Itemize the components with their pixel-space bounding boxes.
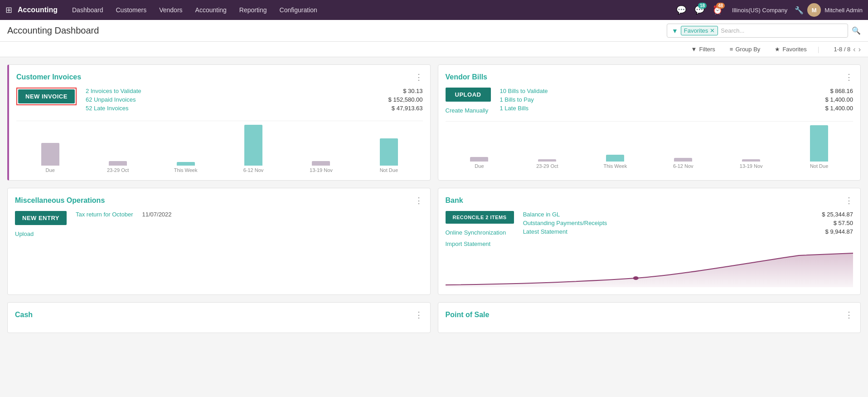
pos-menu[interactable]: ⋮: [845, 310, 853, 320]
balance-gl-label[interactable]: Balance in GL: [523, 211, 560, 218]
svg-point-0: [633, 276, 638, 280]
nav-customers[interactable]: Customers: [111, 0, 152, 20]
group-by-button[interactable]: ≡ Group By: [726, 44, 764, 54]
vendor-bills-menu[interactable]: ⋮: [845, 72, 853, 82]
chart-bar-group: This Week: [152, 162, 219, 173]
customer-invoices-stats: 2 Invoices to Validate $ 30.13 62 Unpaid…: [86, 88, 423, 113]
pos-title: Point of Sale: [446, 311, 490, 319]
wrench-icon[interactable]: 🔧: [795, 6, 804, 15]
chart-bar: [810, 125, 828, 162]
chart-bar-label: 23-29 Oct: [536, 163, 558, 169]
misc-operations-menu[interactable]: ⋮: [415, 196, 423, 206]
nav-vendors[interactable]: Vendors: [154, 0, 188, 20]
stat-row-0: 2 Invoices to Validate $ 30.13: [86, 88, 423, 94]
online-sync-link[interactable]: Online Synchronization: [446, 229, 514, 236]
upload-link[interactable]: Upload: [15, 230, 67, 237]
pos-header: Point of Sale ⋮: [446, 310, 853, 320]
bank-menu[interactable]: ⋮: [845, 196, 853, 206]
nav-configuration[interactable]: Configuration: [274, 0, 323, 20]
bank-header: Bank ⋮: [446, 196, 853, 206]
outstanding-value: $ 57.50: [834, 220, 853, 226]
chart-bar-label: This Week: [174, 167, 198, 173]
cash-header: Cash ⋮: [15, 310, 423, 320]
bank-actions: RECONCILE 2 ITEMS Online Synchronization…: [446, 211, 514, 247]
tax-return-link[interactable]: Tax return for October: [76, 211, 133, 218]
misc-operations-body: NEW ENTRY Upload Tax return for October …: [15, 211, 423, 237]
filters-label: Filters: [699, 46, 715, 53]
chart-bar: [606, 155, 624, 162]
latest-statement-value: $ 9,944.87: [825, 228, 853, 235]
stat-label-late[interactable]: 52 Late Invoices: [86, 105, 129, 112]
create-manually-link[interactable]: Create Manually: [446, 107, 491, 114]
new-invoice-highlight: NEW INVOICE: [16, 88, 77, 105]
bank-title: Bank: [446, 196, 463, 205]
new-entry-button[interactable]: NEW ENTRY: [15, 211, 67, 225]
vendor-bills-actions: UPLOAD Create Manually: [446, 88, 491, 114]
main-content: Customer Invoices ⋮ NEW INVOICE 2 Invoic…: [0, 57, 868, 340]
chart-bar-label: Not Due: [810, 163, 828, 169]
stat-row-2: 52 Late Invoices $ 47,913.63: [86, 105, 423, 112]
chart-bar-label: Due: [46, 167, 55, 173]
vb-stat-value-0: $ 868.16: [830, 88, 853, 94]
customer-invoices-menu[interactable]: ⋮: [415, 72, 423, 82]
stat-value-late: $ 47,913.63: [392, 105, 423, 112]
stat-label-invoices-validate[interactable]: 2 Invoices to Validate: [86, 88, 141, 94]
chart-bar-group: Not Due: [355, 138, 422, 173]
clock-icon-btn[interactable]: ⏰ 48: [710, 3, 725, 17]
chart-bar: [742, 159, 760, 162]
misc-operations-title: Miscellaneous Operations: [15, 196, 105, 205]
upload-button[interactable]: UPLOAD: [446, 88, 491, 102]
nav-accounting[interactable]: Accounting: [190, 0, 232, 20]
bank-stat-row-1: Outstanding Payments/Receipts $ 57.50: [523, 220, 853, 226]
chart-bar-label: Not Due: [380, 167, 398, 173]
vb-stat-label-1[interactable]: 1 Bills to Pay: [500, 96, 534, 103]
reconcile-button[interactable]: RECONCILE 2 ITEMS: [446, 211, 514, 224]
chart-bar-group: Not Due: [785, 125, 853, 169]
chart-bar-group: 13-19 Nov: [287, 161, 355, 173]
search-tag-label: Favorites: [684, 27, 708, 34]
new-invoice-button[interactable]: NEW INVOICE: [18, 89, 75, 103]
favorites-button[interactable]: ★ Favorites: [771, 44, 810, 54]
stat-value-invoices-validate: $ 30.13: [403, 88, 422, 94]
chart-bar: [674, 158, 692, 162]
stat-label-unpaid[interactable]: 62 Unpaid Invoices: [86, 96, 136, 103]
chart-bar: [470, 157, 488, 162]
clock-badge: 48: [716, 3, 725, 9]
nav-dashboard[interactable]: Dashboard: [67, 0, 109, 20]
separator: |: [818, 46, 820, 53]
help-icon-btn[interactable]: 💬: [674, 3, 689, 17]
star-icon: ★: [775, 46, 780, 53]
pagination-text: 1-8 / 8: [834, 46, 850, 53]
chart-bar: [41, 143, 59, 166]
vendor-bills-header: Vendor Bills ⋮: [446, 72, 853, 82]
vb-stat-row-0: 10 Bills to Validate $ 868.16: [500, 88, 853, 94]
search-placeholder: Search...: [721, 27, 843, 34]
chart-bar: [312, 161, 330, 166]
search-icon[interactable]: 🔍: [852, 26, 861, 35]
vendor-bills-card: Vendor Bills ⋮ UPLOAD Create Manually 10…: [438, 64, 861, 181]
chat-icon-btn[interactable]: 💬 18: [692, 3, 707, 17]
vendor-bills-body: UPLOAD Create Manually 10 Bills to Valid…: [446, 88, 853, 114]
filters-button[interactable]: ▼ Filters: [688, 44, 719, 54]
stat-value-unpaid: $ 152,580.00: [388, 96, 423, 103]
vb-stat-label-0[interactable]: 10 Bills to Validate: [500, 88, 548, 94]
customer-invoices-title: Customer Invoices: [16, 73, 81, 81]
chart-bar-group: 6-12 Nov: [219, 125, 287, 173]
chart-bar-group: 6-12 Nov: [649, 158, 717, 169]
vb-stat-label-2[interactable]: 1 Late Bills: [500, 105, 529, 112]
next-page-button[interactable]: ›: [858, 45, 861, 54]
prev-page-button[interactable]: ‹: [853, 45, 855, 54]
chart-bar-group: This Week: [581, 155, 649, 169]
outstanding-label[interactable]: Outstanding Payments/Receipts: [523, 220, 607, 226]
app-grid-icon[interactable]: ⊞: [5, 5, 12, 15]
cash-menu[interactable]: ⋮: [415, 310, 423, 320]
import-statement-link[interactable]: Import Statement: [446, 240, 514, 247]
vendor-bills-stats: 10 Bills to Validate $ 868.16 1 Bills to…: [500, 88, 853, 113]
nav-reporting[interactable]: Reporting: [234, 0, 272, 20]
filter-bar: ▼ Filters ≡ Group By ★ Favorites | 1-8 /…: [0, 42, 868, 57]
customer-invoices-header: Customer Invoices ⋮: [16, 72, 423, 82]
chart-bar-group: 23-29 Oct: [84, 161, 151, 173]
search-input-wrap[interactable]: ▼ Favorites ✕ Search...: [667, 24, 848, 38]
chart-bar: [244, 125, 262, 166]
search-tag-remove[interactable]: ✕: [710, 27, 715, 34]
